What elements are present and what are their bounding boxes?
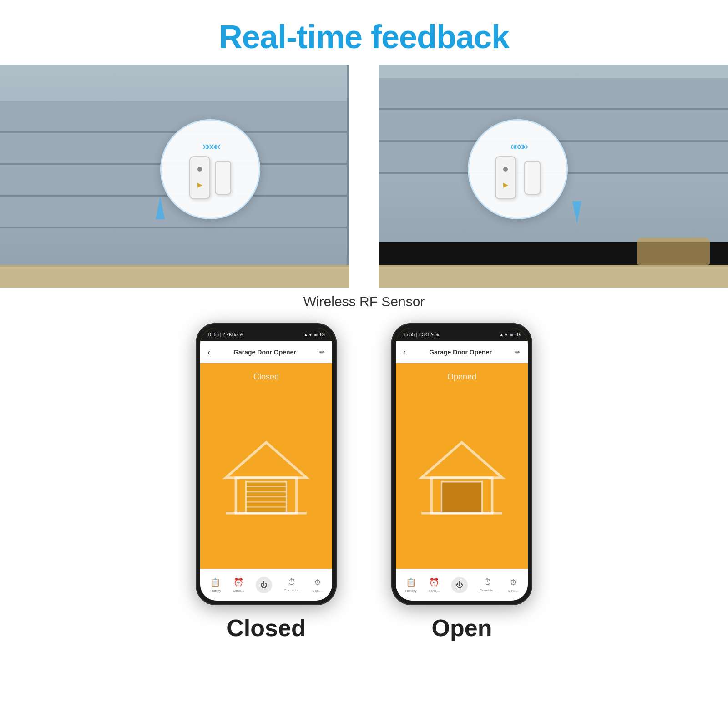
- schedule-icon-closed: ⏰: [233, 577, 243, 587]
- bottom-nav-closed: 📋 History ⏰ Sche... ⏻ ⏱ Countdo...: [200, 569, 332, 601]
- settings-label-open: Setti...: [508, 589, 518, 593]
- phone-closed-wrapper: 15:55 | 2.2KB/s ⊕ ▲▼ ≋ 4G ‹ Garage Door …: [196, 323, 337, 642]
- nav-history-open[interactable]: 📋 History: [405, 577, 417, 593]
- settings-icon-closed: ⚙: [314, 577, 321, 587]
- nav-schedule-open[interactable]: ⏰ Sche...: [428, 577, 440, 593]
- garage-svg-open: [400, 391, 523, 564]
- svg-marker-11: [421, 442, 502, 478]
- rf-sensor-label: Wireless RF Sensor: [0, 294, 728, 309]
- back-arrow-closed[interactable]: ‹: [207, 348, 210, 357]
- nav-schedule-closed[interactable]: ⏰ Sche...: [233, 577, 244, 593]
- app-title-closed: Garage Door Opener: [233, 349, 296, 356]
- door-status-open: Opened: [447, 372, 476, 382]
- phone-open-label: Open: [432, 614, 492, 642]
- nav-settings-open[interactable]: ⚙ Setti...: [508, 577, 518, 593]
- countdown-label-open: Countdo...: [480, 588, 496, 592]
- svg-marker-2: [226, 442, 307, 478]
- status-bar-open: 15:55 | 2.3KB/s ⊕ ▲▼ ≋ 4G: [396, 328, 528, 341]
- garage-svg-closed: [205, 391, 328, 564]
- power-icon-closed: ⏻: [256, 577, 272, 593]
- nav-settings-closed[interactable]: ⚙ Setti...: [312, 577, 323, 593]
- garage-background: »» «« ▶ «« »» ▶: [0, 65, 728, 288]
- phone-main-closed: Closed: [200, 363, 332, 569]
- phone-open-wrapper: 15:55 | 2.3KB/s ⊕ ▲▼ ≋ 4G ‹ Garage Door …: [391, 323, 532, 642]
- schedule-icon-open: ⏰: [429, 577, 439, 587]
- nav-power-closed[interactable]: ⏻: [256, 577, 272, 593]
- history-icon-closed: 📋: [210, 577, 220, 587]
- settings-label-closed: Setti...: [312, 589, 323, 593]
- phone-open-frame: 15:55 | 2.3KB/s ⊕ ▲▼ ≋ 4G ‹ Garage Door …: [391, 323, 532, 605]
- app-header-open: ‹ Garage Door Opener ✏: [396, 341, 528, 363]
- power-icon-open: ⏻: [451, 577, 468, 593]
- edit-icon-open[interactable]: ✏: [515, 349, 521, 356]
- app-title-open: Garage Door Opener: [429, 349, 492, 356]
- phone-open-screen: 15:55 | 2.3KB/s ⊕ ▲▼ ≋ 4G ‹ Garage Door …: [396, 328, 528, 601]
- schedule-label-closed: Sche...: [233, 589, 244, 593]
- phone-main-open: Opened: [396, 363, 528, 569]
- status-right-open: ▲▼ ≋ 4G: [499, 332, 521, 337]
- phone-closed-screen: 15:55 | 2.2KB/s ⊕ ▲▼ ≋ 4G ‹ Garage Door …: [200, 328, 332, 601]
- svg-marker-0: [156, 197, 165, 219]
- schedule-label-open: Sche...: [428, 589, 440, 593]
- phones-section: 15:55 | 2.2KB/s ⊕ ▲▼ ≋ 4G ‹ Garage Door …: [0, 323, 728, 642]
- phone-closed-frame: 15:55 | 2.2KB/s ⊕ ▲▼ ≋ 4G ‹ Garage Door …: [196, 323, 337, 605]
- edit-icon-closed[interactable]: ✏: [319, 349, 325, 356]
- svg-rect-13: [442, 481, 482, 513]
- countdown-label-closed: Countdo...: [284, 588, 301, 592]
- history-label-closed: History: [210, 589, 221, 593]
- status-left-open: 15:55 | 2.3KB/s ⊕: [403, 332, 439, 337]
- countdown-icon-closed: ⏱: [288, 577, 296, 587]
- app-header-closed: ‹ Garage Door Opener ✏: [200, 341, 332, 363]
- svg-marker-1: [572, 201, 581, 224]
- bottom-nav-open: 📋 History ⏰ Sche... ⏻ ⏱ Countdo...: [396, 569, 528, 601]
- settings-icon-open: ⚙: [510, 577, 517, 587]
- status-right-closed: ▲▼ ≋ 4G: [303, 332, 325, 337]
- status-bar-closed: 15:55 | 2.2KB/s ⊕ ▲▼ ≋ 4G: [200, 328, 332, 341]
- page-title: Real-time feedback: [0, 0, 728, 56]
- phone-closed-label: Closed: [227, 614, 305, 642]
- nav-countdown-open[interactable]: ⏱ Countdo...: [480, 577, 496, 592]
- door-status-closed: Closed: [253, 372, 279, 382]
- nav-power-open[interactable]: ⏻: [451, 577, 468, 593]
- nav-history-closed[interactable]: 📋 History: [210, 577, 221, 593]
- countdown-icon-open: ⏱: [484, 577, 492, 587]
- back-arrow-open[interactable]: ‹: [403, 348, 406, 357]
- history-label-open: History: [405, 589, 417, 593]
- nav-countdown-closed[interactable]: ⏱ Countdo...: [284, 577, 301, 592]
- history-icon-open: 📋: [406, 577, 416, 587]
- status-left-closed: 15:55 | 2.2KB/s ⊕: [207, 332, 243, 337]
